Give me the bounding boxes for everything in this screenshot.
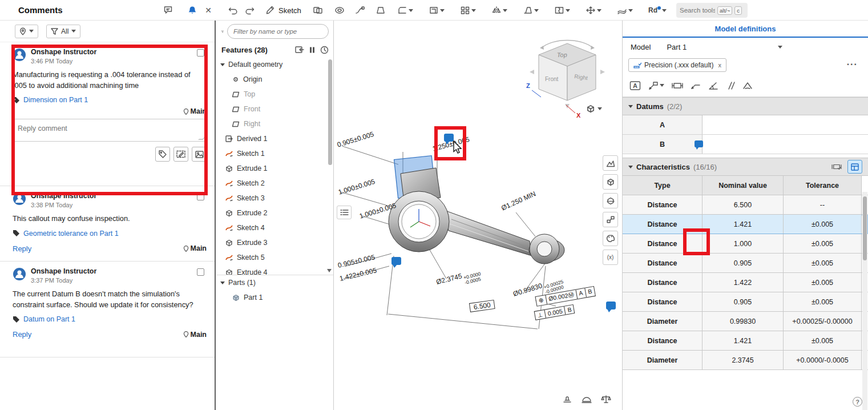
datum-row-b[interactable]: B [623,135,868,154]
comment-pin[interactable] [695,140,703,147]
tree-item-part-1[interactable]: Part 1 [217,290,333,305]
revolve-tool-icon[interactable] [333,3,346,18]
tree-item-origin[interactable]: Origin [217,72,333,87]
tree-item-sketch-1[interactable]: Sketch 1 [217,146,333,161]
model-value[interactable]: Part 1 [667,43,687,51]
comment-entity-link[interactable]: Datum on Part 1 [13,315,207,323]
comment-location-filter-button[interactable] [15,25,38,38]
tree-item-sketch-2[interactable]: Sketch 2 [217,176,333,191]
tree-group-default-geometry[interactable]: Default geometry [217,57,333,72]
comment-card-2[interactable]: Onshape Instructor 3:38 PM Today This ca… [0,186,215,262]
note-tool-icon[interactable]: A [629,81,641,91]
loft-tool-icon[interactable] [374,3,387,18]
tree-item-top-plane[interactable]: Top [217,87,333,102]
parallelism-tool-icon[interactable] [726,81,735,90]
shaded-view-icon[interactable] [603,174,618,190]
undo-icon[interactable] [226,3,241,17]
export-table-icon[interactable] [847,160,862,174]
comment-pin[interactable] [606,302,616,309]
filter-funnel-icon[interactable] [221,28,224,35]
insert-feature-icon[interactable] [295,46,304,54]
close-panel-icon[interactable]: ✕ [201,3,216,17]
help-button[interactable]: ? [853,397,862,407]
analysis-view-icon[interactable] [603,155,618,171]
scale-balance-icon[interactable] [600,395,612,404]
table-row[interactable]: Distance 1.000 ±0.005 [623,234,868,254]
tree-item-extrude-4[interactable]: Extrude 4 [217,265,333,275]
fillet-tool-icon[interactable] [395,3,415,18]
definitions-scrollbar-thumb[interactable] [863,196,867,260]
tree-item-sketch-4[interactable]: Sketch 4 [217,220,333,235]
notifications-bell-icon[interactable] [185,3,200,17]
tree-item-sketch-5[interactable]: Sketch 5 [217,250,333,265]
reply-link[interactable]: Reply [13,244,31,253]
comment-pin[interactable] [444,134,454,142]
dimension-tool-icon[interactable] [672,81,683,90]
leader-tool-icon[interactable] [691,81,701,90]
stamp-icon[interactable] [562,395,573,404]
view-cube[interactable]: Top Front Right Z X [522,31,619,125]
search-tools-input[interactable] [680,7,715,14]
comment-card-1[interactable]: Onshape Instructor 3:46 PM Today Manufac… [0,42,215,186]
table-row[interactable]: Distance 1.421 ±0.005 [623,331,868,351]
sweep-tool-icon[interactable] [353,3,367,18]
variables-icon[interactable]: (x) [603,250,618,265]
exploded-view-icon[interactable] [603,212,618,227]
tree-item-derived-1[interactable]: Derived 1 [217,131,333,146]
comment-entity-link[interactable]: Geometric tolerance on Part 1 [13,230,207,238]
tree-item-front-plane[interactable]: Front [217,102,333,116]
feature-filter-input[interactable] [227,24,329,39]
datums-section-header[interactable]: Datums (2/2) [623,97,868,115]
resolve-comment-checkbox[interactable] [197,49,204,57]
comment-all-filter-button[interactable]: All [46,25,80,38]
model-dropdown-caret[interactable] [778,46,782,49]
reply-link[interactable]: Reply [13,330,31,339]
tab-model-definitions[interactable]: Model definitions [623,21,868,38]
insert-image-button[interactable] [192,147,207,162]
table-row[interactable]: Diameter 0.99830 +0.00025/-0.00000 [623,312,868,331]
draft-tool-icon[interactable] [521,3,540,18]
redo-icon[interactable] [242,3,257,17]
sketch-button[interactable]: Sketch [261,3,306,18]
reply-comment-box[interactable] [13,119,207,142]
shell-tool-icon[interactable] [427,3,446,18]
tree-item-right-plane[interactable]: Right [217,116,333,131]
dome-icon[interactable] [581,395,592,404]
comment-card-3[interactable]: Onshape Instructor 3:37 PM Today The cur… [0,262,215,357]
chip-remove-icon[interactable]: x [718,62,721,69]
scroll-down-arrow[interactable] [327,269,332,272]
comment-pin[interactable] [391,257,401,265]
viewcube-front-label[interactable]: Front [545,76,559,82]
callout-tool-icon[interactable] [648,81,664,90]
resize-grip[interactable] [198,135,207,140]
resolve-comment-checkbox[interactable] [197,268,204,276]
section-view-icon[interactable] [603,193,618,208]
attach-entity-button[interactable] [155,147,170,162]
tree-item-extrude-3[interactable]: Extrude 3 [217,235,333,250]
table-row[interactable]: Diameter 2.3745 +0.0000/-0.0005 [623,351,868,370]
pause-updates-icon[interactable] [309,46,316,54]
viewcube-top-label[interactable]: Top [556,51,567,58]
angle-dimension-icon[interactable] [708,81,718,90]
transform-tool-icon[interactable] [584,3,603,18]
profile-tool-icon[interactable] [742,81,753,90]
table-row[interactable]: Distance 0.905 ±0.005 [623,292,868,312]
tree-group-parts[interactable]: Parts (1) [217,275,333,290]
graphics-viewport[interactable]: 0.905±0.005 1.000±0.005 1.000±0.005 1.25… [334,21,622,410]
table-row[interactable]: Distance 6.500 -- [623,195,868,215]
rollback-history-icon[interactable] [320,46,329,54]
split-tool-icon[interactable] [552,3,572,18]
appearance-icon[interactable] [603,231,618,246]
table-row[interactable]: Distance 1.422 ±0.005 [623,273,868,292]
precision-chip[interactable]: Precision (.xxx default) x [628,58,726,72]
characteristics-section-header[interactable]: Characteristics (16/16) [623,158,868,176]
pattern-tool-icon[interactable] [458,3,478,18]
feature-tree-scrollbar[interactable] [328,59,332,165]
more-options-button[interactable]: ... [847,57,858,67]
add-comment-icon[interactable] [161,3,176,17]
table-row-selected[interactable]: Distance 1.421 ±0.005 [623,215,868,234]
resolve-comment-checkbox[interactable] [197,193,204,200]
tree-item-extrude-1[interactable]: Extrude 1 [217,161,333,176]
table-row[interactable]: Distance 0.905 ±0.005 [623,254,868,273]
tree-item-extrude-2[interactable]: Extrude 2 [217,206,333,220]
